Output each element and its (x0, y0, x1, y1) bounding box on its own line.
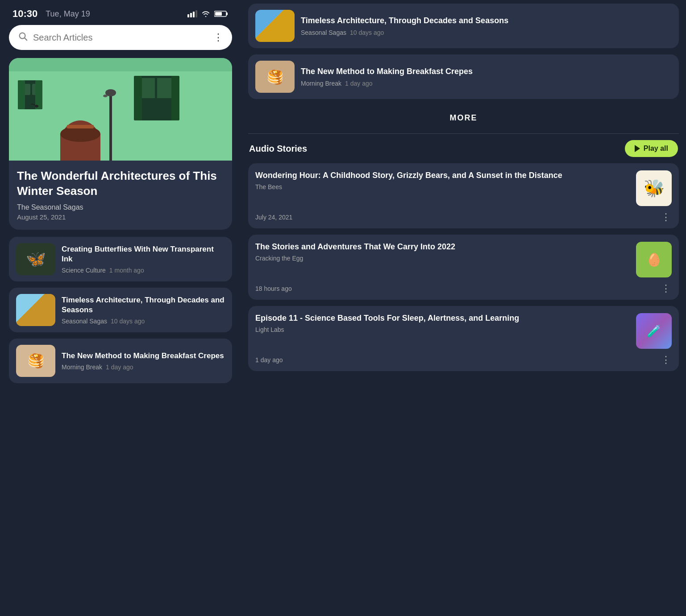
article-thumb-0: 🦋 (16, 243, 55, 275)
egg-art: 🥚 (636, 242, 672, 277)
right-article-seasonal[interactable]: Timeless Architecture, Through Decades a… (248, 4, 679, 48)
article-card-2[interactable]: 🥞 The New Method to Making Breakfast Cre… (9, 339, 232, 383)
svg-line-8 (25, 38, 27, 40)
audio-thumb-0: 🐝 (636, 170, 672, 206)
audio-header: Audio Stories Play all (248, 140, 679, 157)
search-bar[interactable]: ⋮ (9, 25, 232, 50)
svg-rect-19 (109, 94, 112, 161)
right-article-title-seasonal: Timeless Architecture, Through Decades a… (301, 16, 672, 26)
divider (248, 133, 679, 134)
article-time-1: 10 days ago (111, 318, 145, 325)
audio-card-source-1: Cracking the Egg (255, 255, 630, 262)
audio-card-1[interactable]: The Stories and Adventures That We Carry… (248, 235, 679, 300)
hero-image (9, 58, 232, 161)
more-button[interactable]: MORE (450, 113, 478, 123)
audio-card-top-1: The Stories and Adventures That We Carry… (255, 242, 672, 277)
right-thumb-breakfast: 🥞 (255, 61, 295, 93)
audio-thumb-1: 🥚 (636, 242, 672, 277)
svg-rect-23 (141, 78, 155, 98)
audio-card-info-0: Wondering Hour: A Childhood Story, Grizz… (255, 170, 630, 206)
right-thumb-seasonal (255, 10, 295, 42)
seasonal-art (255, 10, 295, 42)
article-title-1: Timeless Architecture, Through Decades a… (62, 295, 225, 315)
audio-section-title: Audio Stories (249, 144, 307, 154)
svg-rect-3 (195, 10, 197, 17)
svg-rect-26 (171, 76, 179, 120)
audio-more-dots-0[interactable]: ⋮ (661, 211, 672, 223)
signal-icon (187, 10, 197, 17)
article-info-0: Creating Butterflies With New Transparen… (62, 244, 225, 274)
article-source-2: Morning Break (62, 364, 102, 371)
svg-rect-1 (190, 13, 192, 17)
audio-card-title-2: Episode 11 - Science Based Tools For Sle… (255, 313, 630, 323)
play-all-button[interactable]: Play all (625, 140, 678, 157)
hero-title: The Wonderful Architectures of This Wint… (17, 169, 224, 199)
right-time-seasonal: 10 days ago (350, 29, 384, 36)
arch-art (16, 294, 55, 326)
audio-card-footer-1: 18 hours ago ⋮ (255, 283, 672, 294)
food-art: 🥞 (16, 345, 55, 377)
article-source-1: Seasonal Sagas (62, 318, 107, 325)
svg-rect-6 (215, 12, 222, 16)
article-info-1: Timeless Architecture, Through Decades a… (62, 295, 225, 325)
search-input[interactable] (33, 33, 213, 43)
audio-card-source-2: Light Labs (255, 326, 630, 333)
audio-card-0[interactable]: Wondering Hour: A Childhood Story, Grizz… (248, 163, 679, 228)
butterfly-art: 🦋 (16, 243, 55, 275)
play-icon (635, 145, 640, 152)
article-thumb-2: 🥞 (16, 345, 55, 377)
audio-card-date-0: July 24, 2021 (255, 214, 292, 221)
audio-card-info-2: Episode 11 - Science Based Tools For Sle… (255, 313, 630, 349)
right-article-meta-breakfast: Morning Break 1 day ago (301, 80, 672, 87)
right-source-seasonal: Seasonal Sagas (301, 29, 346, 36)
lab-art: 🧪 (636, 313, 672, 349)
bee-art: 🐝 (636, 170, 672, 206)
svg-rect-0 (187, 14, 189, 17)
svg-point-21 (103, 95, 108, 97)
right-panel: Timeless Architecture, Through Decades a… (241, 0, 686, 616)
audio-thumb-2: 🧪 (636, 313, 672, 349)
right-article-breakfast[interactable]: 🥞 The New Method to Making Breakfast Cre… (248, 54, 679, 99)
article-card-0[interactable]: 🦋 Creating Butterflies With New Transpar… (9, 237, 232, 281)
audio-card-title-0: Wondering Hour: A Childhood Story, Grizz… (255, 170, 630, 181)
article-title-2: The New Method to Making Breakfast Crepe… (62, 351, 225, 361)
audio-more-dots-1[interactable]: ⋮ (661, 283, 672, 294)
status-bar: 10:30 Tue, May 19 (9, 0, 232, 25)
audio-card-top-2: Episode 11 - Science Based Tools For Sle… (255, 313, 672, 349)
article-meta-1: Seasonal Sagas 10 days ago (62, 318, 225, 325)
article-time-2: 1 day ago (106, 364, 133, 371)
search-icon (18, 31, 28, 44)
article-thumb-1 (16, 294, 55, 326)
audio-card-title-1: The Stories and Adventures That We Carry… (255, 242, 630, 252)
right-source-breakfast: Morning Break (301, 80, 341, 87)
audio-card-2[interactable]: Episode 11 - Science Based Tools For Sle… (248, 306, 679, 371)
svg-point-28 (35, 105, 38, 107)
audio-card-date-1: 18 hours ago (255, 285, 292, 292)
audio-card-date-2: 1 day ago (255, 356, 283, 364)
article-time-0: 1 month ago (109, 267, 144, 274)
right-article-info-breakfast: The New Method to Making Breakfast Crepe… (301, 66, 672, 87)
audio-card-top-0: Wondering Hour: A Childhood Story, Grizz… (255, 170, 672, 206)
svg-rect-5 (226, 12, 228, 15)
svg-rect-2 (193, 12, 195, 17)
article-meta-2: Morning Break 1 day ago (62, 364, 225, 371)
hero-card[interactable]: The Wonderful Architectures of This Wint… (9, 58, 232, 230)
search-more-icon[interactable]: ⋮ (213, 32, 223, 43)
play-all-label: Play all (644, 145, 668, 153)
battery-icon (214, 10, 229, 17)
hero-date: August 25, 2021 (17, 213, 224, 221)
audio-card-footer-0: July 24, 2021 ⋮ (255, 211, 672, 223)
article-card-1[interactable]: Timeless Architecture, Through Decades a… (9, 288, 232, 332)
wifi-icon (201, 10, 211, 17)
svg-rect-24 (157, 78, 172, 98)
article-source-0: Science Culture (62, 267, 106, 274)
status-icons (187, 10, 229, 17)
status-time: 10:30 (12, 8, 37, 20)
article-meta-0: Science Culture 1 month ago (62, 267, 225, 274)
svg-rect-27 (67, 125, 94, 128)
audio-more-dots-2[interactable]: ⋮ (661, 354, 672, 366)
article-title-0: Creating Butterflies With New Transparen… (62, 244, 225, 264)
status-date: Tue, May 19 (46, 9, 90, 19)
hero-content: The Wonderful Architectures of This Wint… (9, 161, 232, 230)
article-info-2: The New Method to Making Breakfast Crepe… (62, 351, 225, 371)
